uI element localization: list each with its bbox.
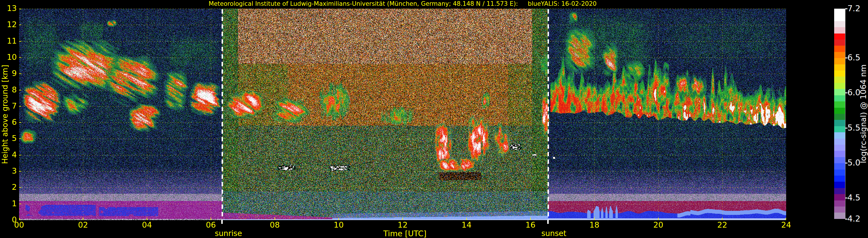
colorbar-block <box>834 120 845 126</box>
title-institute: Meteorological Institute of Ludwig-Maxim… <box>209 0 518 7</box>
colorbar-block <box>834 34 845 40</box>
colorbar-tick-6.5: 6.5 <box>847 53 868 63</box>
x-tick-24: 24 <box>776 221 796 229</box>
y-axis-label: Height above ground [km] <box>1 65 9 164</box>
colorbar-block <box>834 194 845 200</box>
colorbar-tick-mark <box>845 8 847 9</box>
y-tick-5: 5 <box>0 134 17 143</box>
colorbar-tick-mark <box>845 198 847 198</box>
colorbar-tick-mark <box>845 128 847 129</box>
y-tick-3: 3 <box>0 167 17 175</box>
colorbar-block <box>834 89 845 95</box>
sunset-axis-mark <box>547 220 549 224</box>
colorbar-block <box>834 21 845 27</box>
colorbar-block <box>834 157 845 163</box>
x-tick-06: 06 <box>201 221 221 229</box>
colorbar-block <box>834 151 845 157</box>
x-tick-22: 22 <box>712 221 732 229</box>
x-tick-10: 10 <box>329 221 349 229</box>
colorbar-block <box>834 70 845 76</box>
x-tick-18: 18 <box>584 221 604 229</box>
colorbar-block <box>834 15 845 21</box>
x-tick-14: 14 <box>457 221 477 229</box>
y-tick-4: 4 <box>0 150 17 159</box>
y-tick-7: 7 <box>0 102 17 110</box>
colorbar <box>834 9 845 219</box>
y-tick-6: 6 <box>0 118 17 127</box>
y-tick-9: 9 <box>0 69 17 78</box>
colorbar-block <box>834 27 845 33</box>
colorbar-block <box>834 108 845 114</box>
colorbar-block <box>834 132 845 138</box>
sunrise-axis-mark <box>221 220 223 224</box>
page-title: Meteorological Institute of Ludwig-Maxim… <box>19 0 786 7</box>
colorbar-block <box>834 52 845 58</box>
colorbar-block <box>834 95 845 101</box>
y-tick-11: 11 <box>0 37 17 45</box>
colorbar-block <box>834 206 845 212</box>
colorbar-block <box>834 126 845 132</box>
colorbar-block <box>834 101 845 107</box>
colorbar-block <box>834 9 845 15</box>
colorbar-tick-4.5: 4.5 <box>847 193 868 203</box>
colorbar-block <box>834 40 845 46</box>
lidar-quicklook-page: Meteorological Institute of Ludwig-Maxim… <box>0 0 868 238</box>
x-tick-08: 08 <box>265 221 285 229</box>
sunrise-label: sunrise <box>205 229 252 238</box>
y-tick-2: 2 <box>0 183 17 192</box>
colorbar-block <box>834 145 845 151</box>
y-tick-1: 1 <box>0 199 17 208</box>
colorbar-block <box>834 83 845 89</box>
y-tick-8: 8 <box>0 86 17 94</box>
colorbar-block <box>834 182 845 188</box>
x-tick-02: 02 <box>73 221 93 229</box>
sunset-label: sunset <box>531 229 577 238</box>
colorbar-tick-7.2: 7.2 <box>847 4 868 13</box>
y-tick-10: 10 <box>0 53 17 62</box>
colorbar-tick-mark <box>845 93 847 93</box>
colorbar-block <box>834 64 845 70</box>
colorbar-tick-4.2: 4.2 <box>847 214 868 224</box>
colorbar-block <box>834 188 845 194</box>
y-tick-12: 12 <box>0 20 17 29</box>
x-tick-00: 00 <box>9 221 29 229</box>
colorbar-tick-mark <box>845 163 847 164</box>
colorbar-block <box>834 58 845 64</box>
colorbar-block <box>834 176 845 182</box>
x-tick-20: 20 <box>648 221 669 229</box>
colorbar-tick-mark <box>845 58 847 58</box>
x-tick-12: 12 <box>393 221 413 229</box>
colorbar-block <box>834 114 845 120</box>
colorbar-block <box>834 163 845 169</box>
colorbar-block <box>834 139 845 145</box>
colorbar-tick-mark <box>845 219 847 219</box>
colorbar-block <box>834 76 845 82</box>
colorbar-block <box>834 46 845 52</box>
colorbar-block <box>834 170 845 176</box>
lidar-heatmap-canvas <box>19 9 786 220</box>
colorbar-label: log(rc-signal) @ 1064 nm <box>859 64 868 163</box>
x-axis-label: Time [UTC] <box>373 229 437 238</box>
x-tick-16: 16 <box>520 221 540 229</box>
title-run-date: blueYALIS: 16-02-2020 <box>528 0 597 7</box>
colorbar-block <box>834 212 845 219</box>
colorbar-block <box>834 200 845 206</box>
x-tick-04: 04 <box>137 221 157 229</box>
y-tick-13: 13 <box>0 4 17 13</box>
